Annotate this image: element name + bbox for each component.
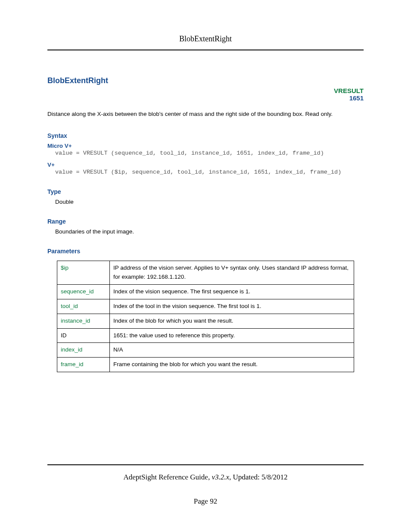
param-desc-cell: Index of the vision sequence. The first … (110, 284, 354, 299)
vplus-code: value = VRESULT ($ip, sequence_id, tool_… (55, 169, 364, 175)
parameters-heading: Parameters (47, 248, 364, 255)
footer-citation: AdeptSight Reference Guide, v3.2.x, Upda… (47, 464, 364, 482)
vplus-label: V+ (47, 162, 364, 168)
param-name-cell: tool_id (57, 299, 110, 314)
param-name-cell: instance_id (57, 314, 110, 328)
page-number: Page 92 (47, 497, 364, 506)
param-name-cell: ID (57, 328, 110, 343)
param-name-cell: $ip (57, 261, 110, 284)
param-desc-cell: Index of the tool in the vision sequence… (110, 299, 354, 314)
micro-v-label: Micro V+ (47, 143, 364, 149)
table-row: frame_idFrame containing the blob for wh… (57, 358, 354, 372)
param-name-cell: index_id (57, 343, 110, 358)
range-value: Boundaries of the input image. (55, 228, 364, 235)
main-title: BlobExtentRight (47, 76, 364, 85)
footer-guide-prefix: AdeptSight Reference Guide (124, 473, 208, 481)
param-desc-cell: 1651: the value used to reference this p… (110, 328, 354, 343)
type-heading: Type (47, 188, 364, 195)
table-row: tool_idIndex of the tool in the vision s… (57, 299, 354, 314)
syntax-heading: Syntax (47, 132, 364, 139)
table-row: sequence_idIndex of the vision sequence.… (57, 284, 354, 299)
table-row: $ipIP address of the vision server. Appl… (57, 261, 354, 284)
parameters-section: Parameters $ipIP address of the vision s… (47, 248, 364, 372)
description-text: Distance along the X-axis between the bl… (47, 109, 364, 119)
micro-v-code: value = VRESULT (sequence_id, tool_id, i… (55, 150, 364, 156)
range-section: Range Boundaries of the input image. (47, 218, 364, 235)
footer-guide-suffix: , Updated: 5/8/2012 (229, 473, 288, 481)
parameters-table: $ipIP address of the vision server. Appl… (57, 261, 354, 372)
param-desc-cell: Frame containing the blob for which you … (110, 358, 354, 372)
property-code: VRESULT (47, 87, 364, 94)
type-section: Type Double (47, 188, 364, 205)
property-id: 1651 (47, 94, 364, 102)
syntax-section: Syntax Micro V+ value = VRESULT (sequenc… (47, 132, 364, 175)
footer-guide-version: , v3.2.x (208, 473, 229, 481)
param-desc-cell: Index of the blob for which you want the… (110, 314, 354, 328)
page-header: BlobExtentRight (47, 34, 364, 50)
table-row: ID1651: the value used to reference this… (57, 328, 354, 343)
table-row: instance_idIndex of the blob for which y… (57, 314, 354, 328)
param-desc-cell: N/A (110, 343, 354, 358)
param-name-cell: sequence_id (57, 284, 110, 299)
param-name-cell: frame_id (57, 358, 110, 372)
table-row: index_idN/A (57, 343, 354, 358)
param-desc-cell: IP address of the vision server. Applies… (110, 261, 354, 284)
range-heading: Range (47, 218, 364, 225)
type-value: Double (55, 199, 364, 205)
